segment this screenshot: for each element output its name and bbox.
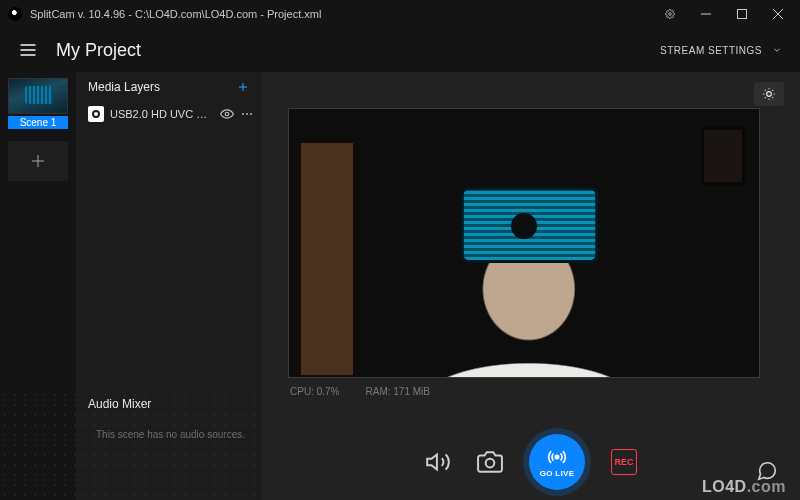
preview-area: CPU: 0.7% RAM: 171 MiB GO LIVE REC bbox=[262, 72, 800, 500]
layer-name: USB2.0 HD UVC WebC... bbox=[110, 108, 214, 120]
cpu-stat: CPU: 0.7% bbox=[290, 386, 339, 397]
svg-line-19 bbox=[765, 90, 766, 91]
svg-point-26 bbox=[486, 459, 495, 468]
svg-line-23 bbox=[765, 97, 766, 98]
camera-icon bbox=[477, 449, 503, 475]
svg-point-14 bbox=[246, 113, 248, 115]
audio-mixer-title: Audio Mixer bbox=[88, 397, 151, 411]
speaker-icon bbox=[425, 449, 451, 475]
chevron-down-icon bbox=[772, 45, 782, 55]
scene-preview-icon bbox=[8, 78, 68, 114]
svg-line-24 bbox=[772, 90, 773, 91]
stream-settings-button[interactable]: STREAM SETTINGS bbox=[660, 45, 782, 56]
menu-icon[interactable] bbox=[18, 40, 38, 60]
svg-point-27 bbox=[555, 455, 558, 458]
broadcast-icon bbox=[547, 447, 567, 467]
add-layer-button[interactable] bbox=[236, 80, 250, 94]
scene-label: Scene 1 bbox=[8, 116, 68, 129]
settings-gear-icon[interactable] bbox=[652, 0, 688, 28]
preview-canvas[interactable] bbox=[288, 108, 760, 378]
svg-marker-25 bbox=[427, 454, 437, 469]
volume-button[interactable] bbox=[425, 449, 451, 475]
audio-empty-message: This scene has no audio sources. bbox=[76, 419, 262, 500]
snapshot-button[interactable] bbox=[477, 449, 503, 475]
brightness-button[interactable] bbox=[754, 82, 784, 106]
stream-settings-label: STREAM SETTINGS bbox=[660, 45, 762, 56]
maximize-button[interactable] bbox=[724, 0, 760, 28]
svg-point-15 bbox=[250, 113, 252, 115]
app-logo bbox=[8, 7, 22, 21]
scenes-rail: Scene 1 bbox=[0, 72, 76, 500]
page-title: My Project bbox=[56, 40, 141, 61]
ram-stat: RAM: 171 MiB bbox=[365, 386, 429, 397]
go-live-label: GO LIVE bbox=[540, 469, 575, 478]
svg-point-13 bbox=[242, 113, 244, 115]
svg-point-16 bbox=[767, 92, 772, 97]
svg-line-20 bbox=[772, 97, 773, 98]
media-layers-title: Media Layers bbox=[88, 80, 160, 94]
webcam-icon bbox=[88, 106, 104, 122]
scene-thumbnail[interactable]: Scene 1 bbox=[8, 78, 68, 129]
sidebar: Media Layers USB2.0 HD UVC WebC... Audio… bbox=[76, 72, 262, 500]
more-options-icon[interactable] bbox=[240, 107, 254, 121]
svg-rect-2 bbox=[738, 10, 747, 19]
svg-point-0 bbox=[669, 13, 672, 16]
sun-icon bbox=[762, 87, 776, 101]
close-button[interactable] bbox=[760, 0, 796, 28]
visibility-icon[interactable] bbox=[220, 107, 234, 121]
add-scene-button[interactable] bbox=[8, 141, 68, 181]
window-title: SplitCam v. 10.4.96 - C:\LO4D.com\LO4D.c… bbox=[30, 8, 321, 20]
go-live-button[interactable]: GO LIVE bbox=[529, 434, 585, 490]
watermark: LO4D.com bbox=[702, 478, 786, 496]
record-button[interactable]: REC bbox=[611, 449, 637, 475]
media-layer-item[interactable]: USB2.0 HD UVC WebC... bbox=[76, 102, 262, 126]
minimize-button[interactable] bbox=[688, 0, 724, 28]
svg-point-12 bbox=[225, 112, 229, 116]
